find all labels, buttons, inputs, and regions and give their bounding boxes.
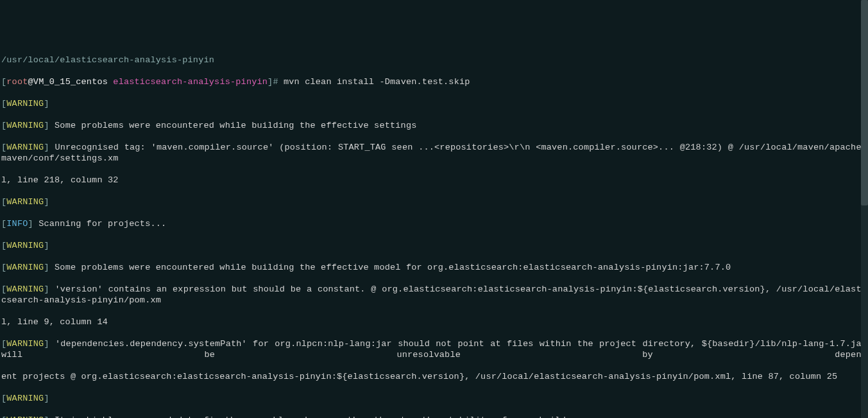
log-line-cont: l, line 218, column 32 [1, 175, 867, 186]
log-line: [WARNING] [1, 98, 867, 109]
prompt-line: [root@VM_0_15_centos elasticsearch-analy… [1, 76, 867, 87]
log-line-cont: l, line 9, column 14 [1, 317, 867, 327]
path-header: /usr/local/elasticsearch-analysis-pinyin [1, 55, 867, 65]
log-line-cont: ent projects @ org.elasticsearch:elastic… [1, 371, 867, 382]
terminal-output[interactable]: /usr/local/elasticsearch-analysis-pinyin… [0, 44, 868, 418]
log-line: [WARNING] It is highly recommended to fi… [1, 415, 867, 418]
log-line: [INFO] Scanning for projects... [1, 218, 867, 229]
log-line: [WARNING] Some problems were encountered… [1, 120, 867, 131]
scrollbar-thumb[interactable] [861, 0, 868, 205]
log-line: [WARNING] Some problems were encountered… [1, 262, 867, 273]
log-line: [WARNING] [1, 240, 867, 251]
log-line: [WARNING] [1, 196, 867, 207]
log-line: [WARNING] Unrecognised tag: 'maven.compi… [1, 142, 867, 164]
log-line: [WARNING] [1, 393, 867, 404]
log-line: [WARNING] 'dependencies.dependency.syste… [1, 338, 867, 360]
scrollbar-track[interactable] [861, 0, 868, 418]
log-line: [WARNING] 'version' contains an expressi… [1, 284, 867, 306]
command-text: mvn clean install -Dmaven.test.skip [284, 77, 470, 87]
